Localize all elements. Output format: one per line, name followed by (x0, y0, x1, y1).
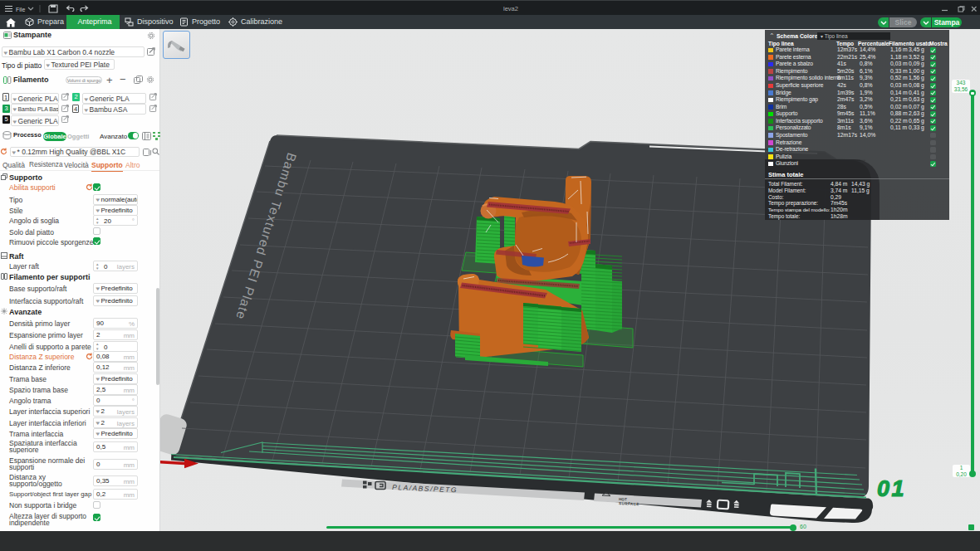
svg-text:File: File (16, 7, 25, 12)
svg-text:PLA/ABS/PETG: PLA/ABS/PETG (392, 483, 458, 494)
svg-text:SURFACE: SURFACE (619, 501, 639, 506)
